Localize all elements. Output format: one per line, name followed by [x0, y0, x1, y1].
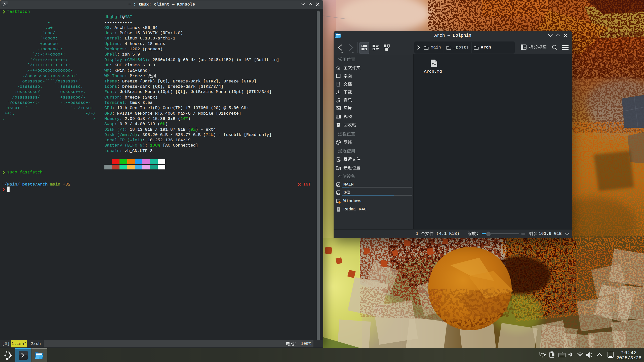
svg-text:D: D [343, 190, 346, 195]
